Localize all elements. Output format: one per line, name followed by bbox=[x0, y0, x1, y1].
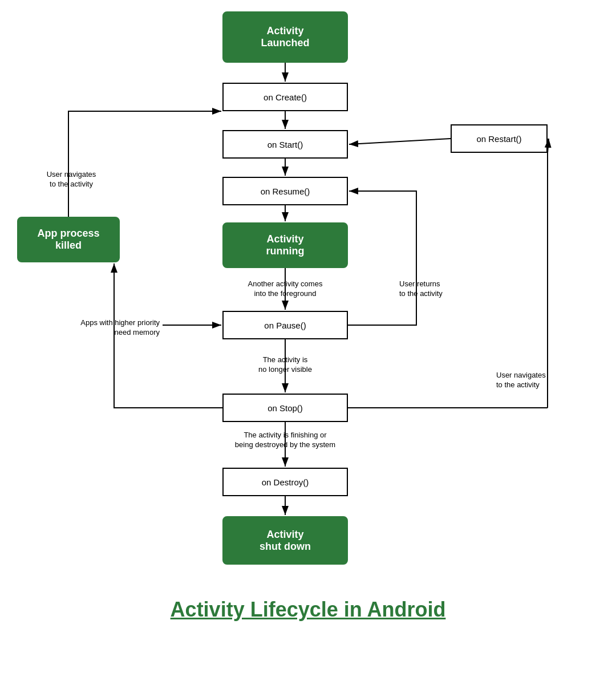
on-start-label: on Start() bbox=[268, 140, 303, 149]
activity-shutdown-label: Activity shut down bbox=[260, 529, 311, 553]
on-create-label: on Create() bbox=[264, 92, 307, 102]
on-stop-node: on Stop() bbox=[222, 394, 348, 422]
page-title: Activity Lifecycle in Android bbox=[171, 598, 446, 621]
app-process-killed-label: App process killed bbox=[37, 228, 99, 252]
activity-no-longer-annotation: The activity is no longer visible bbox=[220, 355, 351, 375]
on-destroy-label: on Destroy() bbox=[262, 477, 309, 487]
activity-running-node: Activity running bbox=[222, 222, 348, 268]
on-create-node: on Create() bbox=[222, 83, 348, 111]
apps-higher-priority-annotation: Apps with higher priority need memory bbox=[57, 318, 160, 338]
finishing-destroyed-annotation: The activity is finishing or being destr… bbox=[214, 431, 356, 450]
on-destroy-node: on Destroy() bbox=[222, 468, 348, 496]
on-resume-node: on Resume() bbox=[222, 177, 348, 205]
user-navigates-bottom-annotation: User navigates to the activity bbox=[496, 371, 582, 390]
activity-launched-label: Activity Launched bbox=[261, 25, 309, 49]
on-start-node: on Start() bbox=[222, 130, 348, 159]
on-restart-node: on Restart() bbox=[451, 124, 548, 153]
activity-launched-node: Activity Launched bbox=[222, 11, 348, 63]
activity-running-label: Activity running bbox=[266, 233, 305, 257]
svg-line-10 bbox=[349, 139, 451, 144]
on-pause-label: on Pause() bbox=[264, 321, 306, 330]
another-activity-annotation: Another activity comes into the foregrou… bbox=[220, 279, 351, 299]
title-container: Activity Lifecycle in Android bbox=[0, 598, 616, 622]
on-pause-node: on Pause() bbox=[222, 311, 348, 339]
user-returns-annotation: User returns to the activity bbox=[399, 279, 479, 299]
app-process-killed-node: App process killed bbox=[17, 217, 120, 262]
svg-line-11 bbox=[548, 139, 549, 153]
on-restart-label: on Restart() bbox=[476, 134, 521, 144]
on-resume-label: on Resume() bbox=[261, 187, 310, 196]
on-stop-label: on Stop() bbox=[268, 403, 303, 413]
user-navigates-top-annotation: User navigates to the activity bbox=[31, 170, 111, 189]
activity-shutdown-node: Activity shut down bbox=[222, 516, 348, 565]
